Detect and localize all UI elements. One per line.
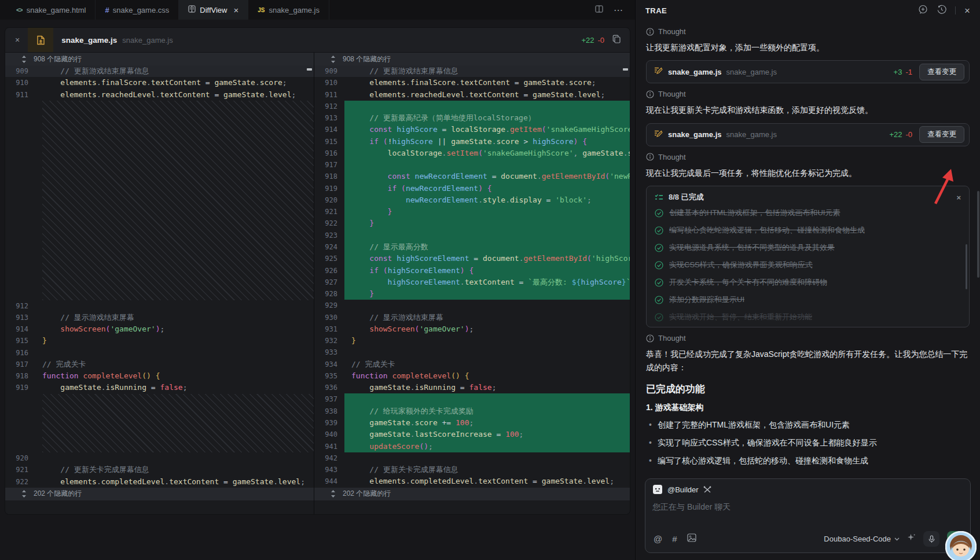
line-number: 923 <box>314 230 344 241</box>
line-number: 913 <box>314 112 344 124</box>
close-panel-icon[interactable]: × <box>964 6 970 16</box>
chat-input-field[interactable]: 您正在与 Builder 聊天 <box>645 499 970 529</box>
mention-icon[interactable]: @ <box>654 534 662 544</box>
file-change-chip[interactable]: snake_game.js snake_game.js +3 -1 查看变更 <box>646 60 970 83</box>
tab-snake-game-js[interactable]: JSsnake_game.js <box>248 0 329 20</box>
edit-file-icon <box>654 66 663 78</box>
task-text: 添加分数跟踪和显示UI <box>669 294 744 305</box>
collapse-diff-icon[interactable]: × <box>5 35 28 45</box>
agent-name[interactable]: @Builder <box>667 485 699 494</box>
assistant-avatar[interactable] <box>945 531 977 560</box>
editor-actions: ⋯ <box>595 0 635 20</box>
new-chat-icon[interactable] <box>918 5 928 17</box>
model-selector[interactable]: Doubao-Seed-Code <box>824 535 900 543</box>
line-number: 941 <box>314 441 344 452</box>
line-number: 915 <box>314 136 344 148</box>
diff-row: 917// 完成关卡 <box>5 359 314 370</box>
agent-context-row: @Builder <box>645 479 970 499</box>
task-text: 编写核心贪吃蛇游戏逻辑，包括移动、碰撞检测和食物生成 <box>669 225 865 235</box>
line-number: 912 <box>5 300 35 312</box>
line-number: 922 <box>314 218 344 229</box>
close-tab-icon[interactable]: × <box>234 6 239 14</box>
assistant-conversation: Thought 让我更新游戏配置对象，添加一些额外的配置项。 snake_gam… <box>636 21 980 476</box>
task-card-scrollbar-thumb[interactable] <box>966 244 967 289</box>
diff-row: 931 showScreen('gameOver'); <box>314 323 630 335</box>
expand-lines-icon[interactable] <box>21 56 27 63</box>
code-line: gameState.score += 100; <box>344 417 630 429</box>
task-card-close-icon[interactable]: × <box>956 193 961 202</box>
tab-snake-game-html[interactable]: <>snake_game.html <box>0 0 96 20</box>
line-number: 921 <box>5 464 35 476</box>
diff-row: 932} <box>314 335 630 347</box>
file-name: snake_game.js <box>61 36 117 45</box>
diff-row: 909 // 更新游戏结束屏幕信息 <box>5 65 314 77</box>
builder-agent-icon <box>652 484 663 495</box>
hidden-lines-bar-bottom-right[interactable]: 202 个隐藏的行 <box>314 488 630 500</box>
task-item: 开发关卡系统，每个关卡有不同的难度和障碍物 <box>655 274 961 291</box>
more-actions-icon[interactable]: ⋯ <box>614 5 623 16</box>
diff-row: 910 elements.finalScore.textContent = ga… <box>314 77 630 89</box>
line-number: 910 <box>314 77 344 89</box>
line-number: 918 <box>314 171 344 182</box>
code-line: // 更新最高纪录（简单地使用localStorage） <box>344 112 630 124</box>
view-changes-button[interactable]: 查看变更 <box>919 64 964 80</box>
view-changes-button[interactable]: 查看变更 <box>919 126 964 143</box>
context-tag-icon[interactable]: # <box>672 534 677 544</box>
code-line <box>35 452 314 464</box>
hidden-lines-bar-bottom-left[interactable]: 202 个隐藏的行 <box>5 488 314 500</box>
assistant-header: TRAE × <box>636 0 980 21</box>
check-circle-icon <box>655 226 663 235</box>
line-number: 919 <box>314 183 344 194</box>
left-scrollbar-thumb[interactable] <box>307 68 312 71</box>
modified-file-icon[interactable] <box>28 28 53 52</box>
expand-lines-icon[interactable] <box>331 490 336 498</box>
task-text: 实现电源道具系统，包括不同类型的道具及其效果 <box>669 242 835 253</box>
diff-row: 915 if (!highScore || gameState.score > … <box>314 136 630 148</box>
task-list-header[interactable]: 8/8 已完成 × <box>655 192 961 202</box>
diff-row: 930 // 显示游戏结束屏幕 <box>314 312 630 323</box>
line-number: 916 <box>314 148 344 159</box>
file-path: snake_game.js <box>122 36 172 45</box>
file-change-chip[interactable]: snake_game.js snake_game.js +22 -0 查看变更 <box>646 123 970 146</box>
task-list-card: 8/8 已完成 × 创建基本的HTML游戏框架，包括游戏画布和UI元素编写核心贪… <box>646 186 970 327</box>
diff-row: 943 // 更新关卡完成屏幕信息 <box>314 464 630 476</box>
microphone-icon[interactable] <box>923 531 939 547</box>
diff-row: 914 const highScore = localStorage.getIt… <box>314 124 630 135</box>
bullet-dot: • <box>649 437 652 449</box>
line-number: 928 <box>314 288 344 300</box>
diff-row: 914 showScreen('gameOver'); <box>5 323 314 335</box>
diff-row: 937 <box>314 393 630 405</box>
diff-row: 938 // 给玩家额外的关卡完成奖励 <box>314 406 630 417</box>
code-line <box>344 452 630 464</box>
history-icon[interactable] <box>937 5 946 17</box>
right-scrollbar-thumb[interactable] <box>623 68 628 71</box>
copy-icon[interactable] <box>612 35 621 46</box>
tab-snake-game-css[interactable]: #snake_game.css <box>96 0 179 20</box>
chip-removed-count: -1 <box>905 68 912 76</box>
bullet-item: •实现了响应式CSS样式，确保游戏在不同设备上都能良好显示 <box>646 437 970 449</box>
task-text: 创建基本的HTML游戏框架，包括游戏画布和UI元素 <box>669 208 840 218</box>
code-line: } <box>344 288 630 300</box>
tab-diffview[interactable]: DiffView× <box>179 0 248 20</box>
chat-input-box[interactable]: @Builder 您正在与 Builder 聊天 @ # Doubao-Seed… <box>645 478 971 553</box>
expand-lines-icon[interactable] <box>331 56 336 63</box>
auto-enhance-icon[interactable] <box>907 533 916 544</box>
hidden-lines-label: 202 个隐藏的行 <box>343 489 391 499</box>
chip-removed-count: -0 <box>905 130 912 139</box>
code-line: } <box>344 335 630 347</box>
hidden-lines-label: 202 个隐藏的行 <box>34 489 82 499</box>
line-number: 911 <box>5 89 35 101</box>
split-editor-icon[interactable] <box>595 5 603 15</box>
summary-heading: 已完成的功能 <box>646 382 970 396</box>
hidden-lines-bar-top-left[interactable]: 908 个隐藏的行 <box>5 53 314 65</box>
attach-image-icon[interactable] <box>687 533 696 544</box>
hidden-lines-bar-top-right[interactable]: 908 个隐藏的行 <box>314 53 630 65</box>
skills-icon[interactable] <box>703 486 711 493</box>
code-line: // 显示最高分数 <box>344 241 630 253</box>
assistant-panel: TRAE × Thought 让我更新游戏配置对象，添加一些额外的配置项。 <box>635 0 980 560</box>
expand-lines-icon[interactable] <box>21 490 27 498</box>
lines-removed-count: -0 <box>597 36 604 45</box>
panel-scrollbar-thumb[interactable] <box>977 191 979 278</box>
divider <box>955 6 956 14</box>
check-circle-icon <box>655 261 663 270</box>
